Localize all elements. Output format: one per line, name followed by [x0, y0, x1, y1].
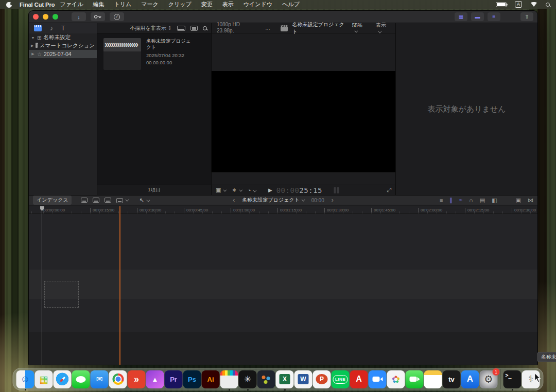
menu-item[interactable]: 編集 — [93, 1, 104, 8]
dock-final-cut-pro[interactable] — [220, 370, 238, 388]
project-clip[interactable]: 名称未設定プロジェクト 2025/07/04 20:32 00:00:00:00 — [103, 38, 194, 70]
skimming-icon[interactable]: ≈ — [459, 197, 462, 203]
play-button[interactable]: ▶ — [268, 187, 272, 193]
sidebar-item-smart-collection[interactable]: ▶ スマートコレクション — [29, 42, 97, 50]
show-inspector-button[interactable]: ≡ — [488, 12, 500, 21]
filter-popup[interactable]: 不採用を非表示 ⇕ — [130, 25, 172, 32]
wifi-icon[interactable] — [530, 2, 537, 7]
minimize-window-button[interactable] — [43, 14, 48, 20]
select-tool-popup[interactable]: ↖ — [139, 197, 148, 204]
import-media-button[interactable]: ↓ — [72, 12, 86, 21]
show-browser-button[interactable]: ▦ — [455, 12, 467, 21]
clip-thumbnail[interactable] — [103, 38, 141, 70]
dock-chrome[interactable] — [109, 370, 127, 388]
photos-audio-tab-icon[interactable]: ♪ — [50, 25, 53, 32]
solo-icon[interactable]: ∩ — [469, 197, 473, 203]
background-tasks-button[interactable]: ✓ — [110, 12, 124, 21]
view-popup[interactable]: 表示 — [376, 22, 390, 34]
insert-edit-icon[interactable] — [93, 198, 99, 203]
apple-menu-icon[interactable] — [6, 1, 12, 8]
transform-tool-icon[interactable]: ▣ — [216, 187, 225, 193]
menu-item[interactable]: 変更 — [201, 1, 213, 8]
menu-item[interactable]: 表示 — [222, 1, 234, 8]
clip-drop-zone[interactable] — [44, 281, 79, 308]
menu-item[interactable]: マーク — [141, 1, 159, 8]
dock-davinci-resolve[interactable] — [257, 370, 275, 388]
dock-affinity[interactable] — [146, 370, 164, 388]
timeline-project-popup[interactable]: 名称未設定プロジェクト — [242, 197, 304, 204]
enhancements-tool-icon[interactable]: ∗ — [232, 187, 241, 193]
close-window-button[interactable] — [33, 14, 39, 20]
keyword-editor-button[interactable] — [91, 12, 105, 21]
append-edit-icon[interactable] — [105, 198, 111, 203]
disclosure-open-icon[interactable]: ▼ — [31, 36, 35, 40]
share-button[interactable]: ⇧ — [520, 12, 533, 21]
dock-powerpoint[interactable] — [313, 370, 331, 388]
list-view-icon[interactable] — [190, 26, 198, 31]
timecode-display[interactable]: 00:0025:15 — [276, 186, 322, 194]
snapping-icon[interactable]: ∥ — [449, 197, 453, 204]
dock-apple-tv[interactable] — [443, 370, 461, 388]
transitions-browser-icon[interactable]: ⋈ — [528, 197, 533, 204]
browser-search-icon[interactable] — [203, 26, 207, 30]
timeline-ruler[interactable]: 00:00:00:0000:00:15:0000:00:30:0000:00:4… — [29, 206, 537, 214]
dock-photos[interactable] — [387, 370, 405, 388]
disclosure-closed-icon[interactable]: ▶ — [31, 44, 33, 48]
dock-excel[interactable] — [276, 370, 294, 388]
next-project-icon[interactable]: › — [332, 197, 334, 204]
fullscreen-icon[interactable]: ⤢ — [387, 187, 391, 193]
retime-tool-icon[interactable]: ◔ — [248, 187, 256, 193]
menu-item[interactable]: ウインドウ — [244, 1, 272, 8]
filmstrip-view-icon[interactable] — [177, 26, 185, 31]
libraries-tab-icon[interactable] — [34, 25, 42, 31]
dock-premiere[interactable] — [165, 370, 183, 388]
skimmer-playhead[interactable] — [119, 206, 120, 365]
dock-finder[interactable] — [16, 370, 34, 388]
dock-divider[interactable] — [500, 369, 501, 389]
disclosure-closed-icon[interactable]: ▶ — [31, 52, 35, 56]
dock-safari[interactable] — [54, 370, 72, 388]
dock-settings[interactable]: 1 — [480, 370, 498, 388]
input-source-icon[interactable]: A — [515, 1, 522, 8]
overwrite-edit-icon[interactable] — [116, 197, 128, 203]
dock-word[interactable] — [294, 370, 312, 388]
dock-facetime[interactable] — [406, 370, 424, 388]
audio-lanes-icon[interactable]: ◧ — [492, 197, 497, 204]
app-menu-title[interactable]: Final Cut Pro — [20, 2, 55, 8]
trim-icon[interactable]: ≡ — [440, 197, 443, 203]
battery-icon[interactable] — [496, 2, 507, 7]
dock-notes[interactable] — [424, 370, 442, 388]
zoom-level-popup[interactable]: 55% — [352, 23, 367, 34]
dock-illustrator[interactable] — [202, 370, 220, 388]
dock-black-fan-app[interactable] — [239, 370, 257, 388]
more-icon[interactable]: … — [265, 25, 270, 31]
audio-meters-icon[interactable] — [334, 187, 339, 193]
show-timeline-button[interactable]: ▬ — [471, 12, 484, 21]
clip-appearance-icon[interactable]: ▤ — [480, 197, 485, 204]
titles-generators-tab-icon[interactable]: T — [61, 25, 65, 32]
timeline-tracks[interactable] — [29, 214, 537, 365]
video-canvas[interactable] — [212, 71, 395, 172]
dock-terminal[interactable] — [503, 370, 522, 388]
zoom-window-button[interactable] — [53, 14, 58, 20]
sidebar-item-event[interactable]: ▶ ☆ 2025-07-04 — [29, 50, 97, 58]
dock-messages[interactable] — [72, 370, 90, 388]
dock-red-chevron-app[interactable] — [128, 370, 146, 388]
spotlight-search-icon[interactable] — [546, 3, 550, 7]
menu-item[interactable]: トリム — [114, 1, 131, 8]
connect-edit-icon[interactable] — [81, 198, 88, 203]
dock-zoom[interactable] — [369, 370, 387, 388]
playhead[interactable] — [42, 206, 42, 365]
dock-app-store[interactable] — [461, 370, 479, 388]
menu-item[interactable]: クリップ — [168, 1, 192, 8]
effects-browser-icon[interactable]: ▣ — [516, 197, 521, 204]
menu-item[interactable]: ヘルプ — [282, 1, 300, 8]
dock-line[interactable] — [332, 370, 350, 388]
dock-photoshop[interactable] — [183, 370, 201, 388]
dock-launchpad[interactable] — [35, 370, 53, 388]
menu-item[interactable]: ファイル — [60, 1, 83, 8]
dock-mail[interactable] — [91, 370, 109, 388]
index-button[interactable]: インデックス — [33, 195, 72, 205]
dock-acrobat[interactable] — [350, 370, 368, 388]
sidebar-item-library[interactable]: ▼ ⊞ 名称未設定 — [29, 33, 97, 42]
